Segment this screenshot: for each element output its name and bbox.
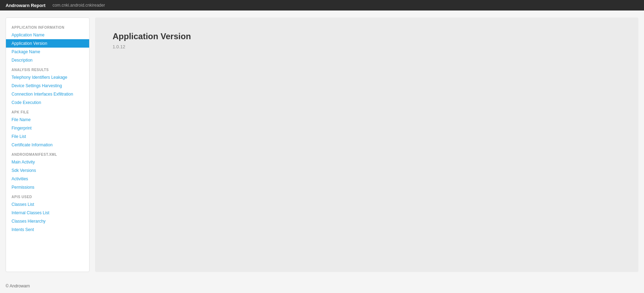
sidebar-item-sdk-versions[interactable]: Sdk Versions xyxy=(6,166,89,175)
sidebar-item-application-version[interactable]: Application Version xyxy=(6,39,89,48)
app-package: com.cnki.android.cnkireader xyxy=(52,3,105,8)
sidebar-item-package-name[interactable]: Package Name xyxy=(6,48,89,56)
sidebar-item-permissions[interactable]: Permissions xyxy=(6,183,89,191)
main-content: Application Version 1.0.12 xyxy=(95,18,638,272)
sidebar-item-certificate-information[interactable]: Certificate Information xyxy=(6,141,89,149)
sidebar-item-fingerprint[interactable]: Fingerprint xyxy=(6,124,89,132)
sidebar-item-main-activity[interactable]: Main Activity xyxy=(6,158,89,166)
main-layout: APPLICATION INFORMATIONApplication NameA… xyxy=(0,11,644,279)
sidebar-section-label: APIS USED xyxy=(6,191,89,200)
sidebar-item-device-settings-harvesting[interactable]: Device Settings Harvesting xyxy=(6,82,89,90)
sidebar-item-file-name[interactable]: File Name xyxy=(6,116,89,124)
sidebar-item-internal-classes-list[interactable]: Internal Classes List xyxy=(6,209,89,217)
app-title: Androwarn Report xyxy=(6,3,45,8)
footer-text: © Androwarn xyxy=(6,284,30,288)
footer: © Androwarn xyxy=(0,279,644,293)
navbar: Androwarn Report com.cnki.android.cnkire… xyxy=(0,0,644,11)
sidebar-item-activities[interactable]: Activities xyxy=(6,175,89,183)
sidebar-section-label: APPLICATION INFORMATION xyxy=(6,22,89,31)
sidebar-item-classes-hierarchy[interactable]: Classes Hierarchy xyxy=(6,217,89,225)
sidebar-item-description[interactable]: Description xyxy=(6,56,89,64)
sidebar-item-file-list[interactable]: File List xyxy=(6,132,89,141)
sidebar-section-label: APK FILE xyxy=(6,107,89,116)
content-title: Application Version xyxy=(113,32,621,41)
sidebar-section-label: ANALYSIS RESULTS xyxy=(6,64,89,73)
content-value: 1.0.12 xyxy=(113,44,621,49)
sidebar: APPLICATION INFORMATIONApplication NameA… xyxy=(6,18,90,272)
sidebar-item-connection-interfaces-exfiltration[interactable]: Connection Interfaces Exfiltration xyxy=(6,90,89,98)
sidebar-item-code-execution[interactable]: Code Execution xyxy=(6,98,89,107)
sidebar-section-label: ANDROIDMANIFEST.XML xyxy=(6,149,89,158)
sidebar-item-telephony-identifiers-leakage[interactable]: Telephony Identifiers Leakage xyxy=(6,73,89,82)
sidebar-item-classes-list[interactable]: Classes List xyxy=(6,200,89,209)
sidebar-item-application-name[interactable]: Application Name xyxy=(6,31,89,39)
sidebar-item-intents-sent[interactable]: Intents Sent xyxy=(6,225,89,234)
